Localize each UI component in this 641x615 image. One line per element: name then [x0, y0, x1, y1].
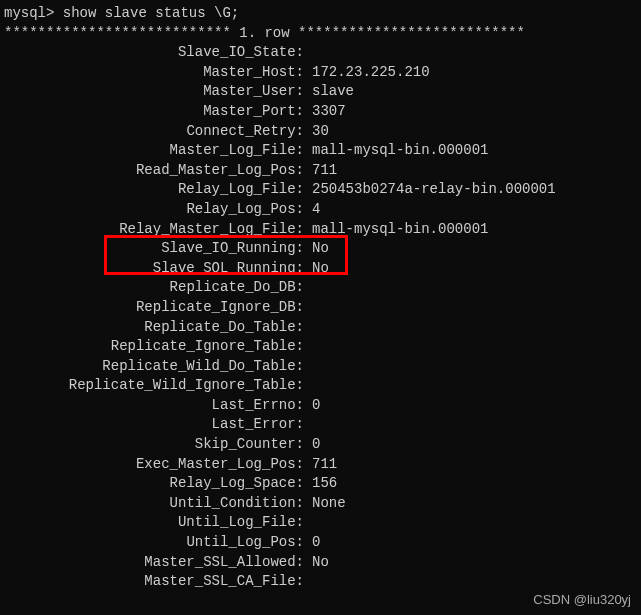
field-value: [304, 415, 312, 435]
field-value: 711: [304, 455, 337, 475]
status-row: Replicate_Wild_Do_Table:: [4, 357, 637, 377]
field-value: mall-mysql-bin.000001: [304, 141, 488, 161]
field-label: Until_Log_File:: [4, 513, 304, 533]
status-row: Relay_Log_File:250453b0274a-relay-bin.00…: [4, 180, 637, 200]
row-separator: *************************** 1. row *****…: [4, 24, 637, 44]
status-row: Slave_SQL_Running:No: [4, 259, 637, 279]
status-row: Exec_Master_Log_Pos:711: [4, 455, 637, 475]
field-label: Relay_Master_Log_File:: [4, 220, 304, 240]
status-row: Master_SSL_Allowed:No: [4, 553, 637, 573]
status-fields-container: Slave_IO_State:Master_Host:172.23.225.21…: [4, 43, 637, 592]
status-row: Until_Log_Pos:0: [4, 533, 637, 553]
field-value: 0: [304, 435, 320, 455]
field-label: Master_SSL_CA_File:: [4, 572, 304, 592]
field-value: 250453b0274a-relay-bin.000001: [304, 180, 556, 200]
status-row: Master_Host:172.23.225.210: [4, 63, 637, 83]
status-row: Skip_Counter:0: [4, 435, 637, 455]
status-row: Master_SSL_CA_File:: [4, 572, 637, 592]
status-row: Slave_IO_State:: [4, 43, 637, 63]
field-label: Master_SSL_Allowed:: [4, 553, 304, 573]
status-row: Slave_IO_Running:No: [4, 239, 637, 259]
status-row: Until_Log_File:: [4, 513, 637, 533]
mysql-prompt: mysql> show slave status \G;: [4, 4, 637, 24]
field-label: Replicate_Wild_Ignore_Table:: [4, 376, 304, 396]
status-row: Replicate_Do_Table:: [4, 318, 637, 338]
status-row: Connect_Retry:30: [4, 122, 637, 142]
status-row: Relay_Log_Space:156: [4, 474, 637, 494]
field-label: Relay_Log_File:: [4, 180, 304, 200]
status-row: Replicate_Ignore_Table:: [4, 337, 637, 357]
field-label: Replicate_Ignore_Table:: [4, 337, 304, 357]
field-label: Slave_IO_State:: [4, 43, 304, 63]
field-value: No: [304, 259, 329, 279]
field-label: Until_Condition:: [4, 494, 304, 514]
field-value: [304, 298, 312, 318]
status-row: Last_Errno:0: [4, 396, 637, 416]
field-label: Connect_Retry:: [4, 122, 304, 142]
status-row: Replicate_Wild_Ignore_Table:: [4, 376, 637, 396]
field-label: Replicate_Do_DB:: [4, 278, 304, 298]
field-value: 4: [304, 200, 320, 220]
field-value: [304, 43, 312, 63]
status-row: Replicate_Do_DB:: [4, 278, 637, 298]
field-value: 156: [304, 474, 337, 494]
status-row: Relay_Log_Pos:4: [4, 200, 637, 220]
status-row: Master_Port:3307: [4, 102, 637, 122]
field-value: 172.23.225.210: [304, 63, 430, 83]
field-label: Last_Errno:: [4, 396, 304, 416]
status-row: Relay_Master_Log_File:mall-mysql-bin.000…: [4, 220, 637, 240]
status-row: Master_Log_File:mall-mysql-bin.000001: [4, 141, 637, 161]
field-label: Master_User:: [4, 82, 304, 102]
field-label: Skip_Counter:: [4, 435, 304, 455]
status-row: Replicate_Ignore_DB:: [4, 298, 637, 318]
field-label: Relay_Log_Pos:: [4, 200, 304, 220]
field-value: None: [304, 494, 346, 514]
field-value: [304, 318, 312, 338]
field-label: Master_Log_File:: [4, 141, 304, 161]
field-label: Replicate_Wild_Do_Table:: [4, 357, 304, 377]
field-label: Slave_IO_Running:: [4, 239, 304, 259]
field-value: [304, 278, 312, 298]
field-value: 711: [304, 161, 337, 181]
field-value: slave: [304, 82, 354, 102]
field-label: Master_Port:: [4, 102, 304, 122]
field-label: Exec_Master_Log_Pos:: [4, 455, 304, 475]
field-label: Last_Error:: [4, 415, 304, 435]
field-value: [304, 513, 312, 533]
field-label: Relay_Log_Space:: [4, 474, 304, 494]
field-label: Master_Host:: [4, 63, 304, 83]
field-label: Replicate_Ignore_DB:: [4, 298, 304, 318]
status-row: Master_User:slave: [4, 82, 637, 102]
field-value: No: [304, 239, 329, 259]
field-value: [304, 337, 312, 357]
status-row: Read_Master_Log_Pos:711: [4, 161, 637, 181]
status-row: Last_Error:: [4, 415, 637, 435]
field-label: Slave_SQL_Running:: [4, 259, 304, 279]
status-row: Until_Condition:None: [4, 494, 637, 514]
field-value: mall-mysql-bin.000001: [304, 220, 488, 240]
field-value: 0: [304, 396, 320, 416]
field-label: Until_Log_Pos:: [4, 533, 304, 553]
csdn-watermark: CSDN @liu320yj: [533, 591, 631, 609]
field-label: Read_Master_Log_Pos:: [4, 161, 304, 181]
field-value: 30: [304, 122, 329, 142]
field-value: No: [304, 553, 329, 573]
field-value: [304, 376, 312, 396]
field-label: Replicate_Do_Table:: [4, 318, 304, 338]
field-value: [304, 572, 312, 592]
field-value: [304, 357, 312, 377]
field-value: 3307: [304, 102, 346, 122]
field-value: 0: [304, 533, 320, 553]
